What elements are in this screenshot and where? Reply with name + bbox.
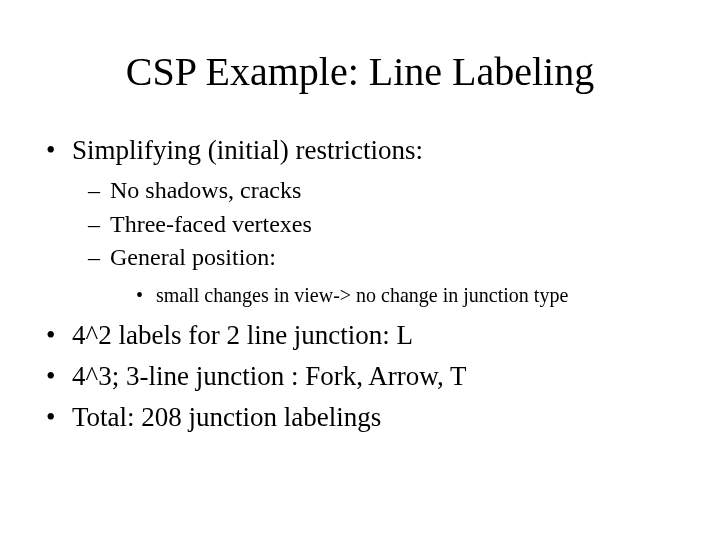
bullet-text: Total: 208 junction labelings [72, 402, 381, 432]
list-item: Three-faced vertexes [88, 208, 684, 242]
list-item: 4^2 labels for 2 line junction: L [46, 316, 684, 355]
bullet-text: 4^3; 3-line junction : Fork, Arrow, T [72, 361, 466, 391]
sub-list: No shadows, cracks Three-faced vertexes … [72, 174, 684, 310]
bullet-text: General position: [110, 244, 276, 270]
list-item: small changes in view-> no change in jun… [136, 281, 684, 310]
list-item: No shadows, cracks [88, 174, 684, 208]
bullet-text: small changes in view-> no change in jun… [156, 284, 568, 306]
bullet-text: 4^2 labels for 2 line junction: L [72, 320, 413, 350]
bullet-list: Simplifying (initial) restrictions: No s… [36, 131, 684, 437]
sub-sub-list: small changes in view-> no change in jun… [110, 281, 684, 310]
list-item: 4^3; 3-line junction : Fork, Arrow, T [46, 357, 684, 396]
bullet-text: No shadows, cracks [110, 177, 301, 203]
list-item: Simplifying (initial) restrictions: No s… [46, 131, 684, 310]
bullet-text: Simplifying (initial) restrictions: [72, 135, 423, 165]
bullet-text: Three-faced vertexes [110, 211, 312, 237]
list-item: Total: 208 junction labelings [46, 398, 684, 437]
slide-title: CSP Example: Line Labeling [36, 48, 684, 95]
list-item: General position: small changes in view-… [88, 241, 684, 310]
